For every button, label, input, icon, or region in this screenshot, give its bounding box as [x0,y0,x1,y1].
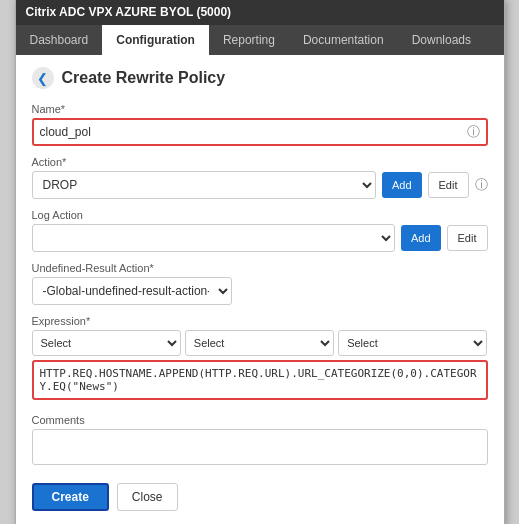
log-action-add-button[interactable]: Add [401,225,441,251]
name-input[interactable] [40,125,467,139]
title-label: Citrix ADC VPX AZURE BYOL (5000) [26,5,232,19]
comments-textarea[interactable] [32,429,488,465]
expression-select-3[interactable]: Select [338,330,487,356]
page-header: ❮ Create Rewrite Policy [32,67,488,89]
back-button[interactable]: ❮ [32,67,54,89]
expression-label: Expression* [32,315,488,327]
nav-item-reporting[interactable]: Reporting [209,25,289,55]
log-action-label: Log Action [32,209,488,221]
close-button[interactable]: Close [117,483,178,511]
action-select[interactable]: DROP [32,171,376,199]
nav-item-documentation[interactable]: Documentation [289,25,398,55]
comments-group: Comments [32,414,488,469]
comments-label: Comments [32,414,488,426]
title-bar: Citrix ADC VPX AZURE BYOL (5000) [16,0,504,25]
log-action-row: Add Edit [32,224,488,252]
action-add-button[interactable]: Add [382,172,422,198]
form-actions: Create Close [32,483,488,511]
action-group: Action* DROP Add Edit ⓘ [32,156,488,199]
nav-label-documentation: Documentation [303,33,384,47]
expression-group: Expression* Select Select Select HTTP.RE… [32,315,488,404]
page-title: Create Rewrite Policy [62,69,226,87]
action-edit-button[interactable]: Edit [428,172,469,198]
log-action-select[interactable] [32,224,395,252]
action-row: DROP Add Edit ⓘ [32,171,488,199]
expression-select-1[interactable]: Select [32,330,181,356]
expression-selects-row: Select Select Select [32,330,488,356]
undefined-result-group: Undefined-Result Action* -Global-undefin… [32,262,488,305]
nav-label-configuration: Configuration [116,33,195,47]
nav-label-dashboard: Dashboard [30,33,89,47]
name-group: Name* ⓘ [32,103,488,146]
nav-item-dashboard[interactable]: Dashboard [16,25,103,55]
back-icon: ❮ [37,71,48,86]
undefined-result-label: Undefined-Result Action* [32,262,488,274]
undefined-result-select[interactable]: -Global-undefined-result-action- [32,277,232,305]
action-label: Action* [32,156,488,168]
log-action-edit-button[interactable]: Edit [447,225,488,251]
create-button[interactable]: Create [32,483,109,511]
name-label: Name* [32,103,488,115]
action-info-icon[interactable]: ⓘ [475,176,488,194]
name-info-icon[interactable]: ⓘ [467,123,480,141]
name-input-wrapper: ⓘ [32,118,488,146]
nav-bar: Dashboard Configuration Reporting Docume… [16,25,504,55]
expression-select-2[interactable]: Select [185,330,334,356]
content-area: ❮ Create Rewrite Policy Name* ⓘ Action* … [16,55,504,524]
expression-textarea[interactable]: HTTP.REQ.HOSTNAME.APPEND(HTTP.REQ.URL).U… [32,360,488,400]
nav-item-downloads[interactable]: Downloads [398,25,485,55]
main-window: Citrix ADC VPX AZURE BYOL (5000) Dashboa… [15,0,505,524]
log-action-group: Log Action Add Edit [32,209,488,252]
nav-item-configuration[interactable]: Configuration [102,25,209,55]
nav-label-downloads: Downloads [412,33,471,47]
nav-label-reporting: Reporting [223,33,275,47]
